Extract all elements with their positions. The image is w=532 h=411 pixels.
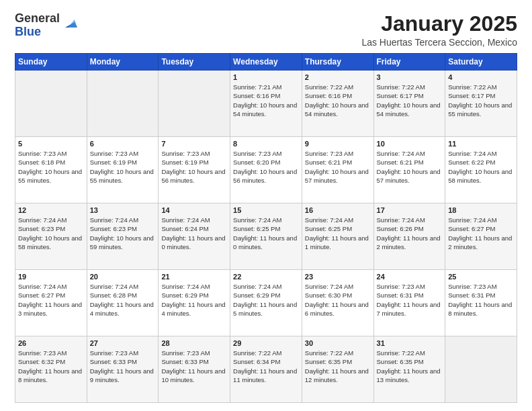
day-info: Sunrise: 7:23 AM Sunset: 6:31 PM Dayligh…	[448, 282, 514, 318]
calendar-cell	[445, 336, 517, 403]
day-number: 21	[161, 273, 227, 281]
calendar-cell: 7Sunrise: 7:23 AM Sunset: 6:19 PM Daylig…	[159, 137, 230, 203]
day-number: 6	[90, 140, 156, 148]
page: General Blue January 2025 Las Huertas Te…	[0, 0, 532, 411]
weekday-header-tuesday: Tuesday	[159, 54, 230, 71]
day-number: 20	[90, 273, 156, 281]
day-number: 23	[305, 273, 371, 281]
day-number: 28	[161, 339, 227, 347]
day-number: 29	[233, 339, 299, 347]
calendar-cell: 25Sunrise: 7:23 AM Sunset: 6:31 PM Dayli…	[445, 270, 517, 336]
weekday-header-thursday: Thursday	[302, 54, 373, 71]
day-number: 3	[377, 73, 443, 81]
day-info: Sunrise: 7:23 AM Sunset: 6:21 PM Dayligh…	[305, 149, 371, 185]
weekday-header-friday: Friday	[373, 54, 445, 71]
day-info: Sunrise: 7:22 AM Sunset: 6:17 PM Dayligh…	[448, 83, 514, 118]
day-info: Sunrise: 7:24 AM Sunset: 6:27 PM Dayligh…	[18, 282, 84, 318]
day-number: 13	[90, 206, 156, 214]
day-number: 27	[90, 339, 156, 347]
title-block: January 2025 Las Huertas Tercera Seccion…	[361, 12, 517, 48]
day-info: Sunrise: 7:24 AM Sunset: 6:21 PM Dayligh…	[377, 149, 443, 185]
day-number: 19	[18, 273, 84, 281]
day-number: 25	[448, 273, 514, 281]
calendar-cell: 13Sunrise: 7:24 AM Sunset: 6:23 PM Dayli…	[87, 203, 159, 270]
day-info: Sunrise: 7:23 AM Sunset: 6:32 PM Dayligh…	[18, 349, 84, 384]
day-number: 1	[233, 73, 299, 81]
calendar-cell: 28Sunrise: 7:23 AM Sunset: 6:33 PM Dayli…	[159, 336, 230, 403]
calendar-cell: 19Sunrise: 7:24 AM Sunset: 6:27 PM Dayli…	[15, 270, 87, 336]
week-row-3: 19Sunrise: 7:24 AM Sunset: 6:27 PM Dayli…	[15, 270, 517, 336]
calendar-cell: 5Sunrise: 7:23 AM Sunset: 6:18 PM Daylig…	[15, 137, 87, 203]
calendar-cell: 12Sunrise: 7:24 AM Sunset: 6:23 PM Dayli…	[15, 203, 87, 270]
day-info: Sunrise: 7:23 AM Sunset: 6:33 PM Dayligh…	[90, 349, 156, 384]
day-info: Sunrise: 7:23 AM Sunset: 6:19 PM Dayligh…	[161, 149, 227, 185]
day-number: 16	[305, 206, 371, 214]
day-info: Sunrise: 7:23 AM Sunset: 6:18 PM Dayligh…	[18, 149, 84, 185]
weekday-header-wednesday: Wednesday	[230, 54, 302, 71]
calendar-cell: 31Sunrise: 7:22 AM Sunset: 6:35 PM Dayli…	[373, 336, 445, 403]
day-info: Sunrise: 7:23 AM Sunset: 6:33 PM Dayligh…	[161, 349, 227, 384]
calendar-cell: 1Sunrise: 7:21 AM Sunset: 6:16 PM Daylig…	[230, 71, 302, 137]
day-info: Sunrise: 7:21 AM Sunset: 6:16 PM Dayligh…	[233, 83, 299, 118]
calendar-cell: 14Sunrise: 7:24 AM Sunset: 6:24 PM Dayli…	[159, 203, 230, 270]
week-row-0: 1Sunrise: 7:21 AM Sunset: 6:16 PM Daylig…	[15, 71, 517, 137]
logo-icon	[62, 15, 77, 30]
calendar-cell: 17Sunrise: 7:24 AM Sunset: 6:26 PM Dayli…	[373, 203, 445, 270]
day-info: Sunrise: 7:22 AM Sunset: 6:35 PM Dayligh…	[377, 349, 443, 384]
calendar-cell: 18Sunrise: 7:24 AM Sunset: 6:27 PM Dayli…	[445, 203, 517, 270]
calendar-body: 1Sunrise: 7:21 AM Sunset: 6:16 PM Daylig…	[15, 71, 517, 403]
calendar-cell	[159, 71, 230, 137]
day-info: Sunrise: 7:24 AM Sunset: 6:22 PM Dayligh…	[448, 149, 514, 185]
calendar-cell: 11Sunrise: 7:24 AM Sunset: 6:22 PM Dayli…	[445, 137, 517, 203]
calendar-cell: 4Sunrise: 7:22 AM Sunset: 6:17 PM Daylig…	[445, 71, 517, 137]
day-number: 26	[18, 339, 84, 347]
calendar-cell	[15, 71, 87, 137]
header: General Blue January 2025 Las Huertas Te…	[15, 12, 517, 48]
day-number: 10	[377, 140, 443, 148]
day-number: 2	[305, 73, 371, 81]
day-number: 24	[377, 273, 443, 281]
logo: General Blue	[15, 12, 77, 39]
calendar-cell: 22Sunrise: 7:24 AM Sunset: 6:29 PM Dayli…	[230, 270, 302, 336]
day-number: 8	[233, 140, 299, 148]
week-row-1: 5Sunrise: 7:23 AM Sunset: 6:18 PM Daylig…	[15, 137, 517, 203]
day-info: Sunrise: 7:24 AM Sunset: 6:28 PM Dayligh…	[90, 282, 156, 318]
location-title: Las Huertas Tercera Seccion, Mexico	[361, 37, 517, 48]
weekday-row: SundayMondayTuesdayWednesdayThursdayFrid…	[15, 54, 517, 71]
calendar-header: SundayMondayTuesdayWednesdayThursdayFrid…	[15, 54, 517, 71]
calendar: SundayMondayTuesdayWednesdayThursdayFrid…	[15, 53, 517, 403]
day-info: Sunrise: 7:22 AM Sunset: 6:34 PM Dayligh…	[233, 349, 299, 384]
weekday-header-saturday: Saturday	[445, 54, 517, 71]
calendar-cell: 2Sunrise: 7:22 AM Sunset: 6:16 PM Daylig…	[302, 71, 373, 137]
weekday-header-sunday: Sunday	[15, 54, 87, 71]
day-info: Sunrise: 7:24 AM Sunset: 6:30 PM Dayligh…	[305, 282, 371, 318]
day-number: 5	[18, 140, 84, 148]
day-info: Sunrise: 7:24 AM Sunset: 6:29 PM Dayligh…	[233, 282, 299, 318]
weekday-header-monday: Monday	[87, 54, 159, 71]
day-number: 7	[161, 140, 227, 148]
day-info: Sunrise: 7:22 AM Sunset: 6:35 PM Dayligh…	[305, 349, 371, 384]
logo-text: General Blue	[15, 12, 60, 39]
day-number: 9	[305, 140, 371, 148]
calendar-cell: 20Sunrise: 7:24 AM Sunset: 6:28 PM Dayli…	[87, 270, 159, 336]
month-title: January 2025	[361, 12, 517, 36]
day-info: Sunrise: 7:23 AM Sunset: 6:19 PM Dayligh…	[90, 149, 156, 185]
day-info: Sunrise: 7:24 AM Sunset: 6:27 PM Dayligh…	[448, 216, 514, 251]
day-number: 14	[161, 206, 227, 214]
day-info: Sunrise: 7:23 AM Sunset: 6:31 PM Dayligh…	[377, 282, 443, 318]
day-number: 4	[448, 73, 514, 81]
calendar-cell	[87, 71, 159, 137]
day-info: Sunrise: 7:24 AM Sunset: 6:25 PM Dayligh…	[305, 216, 371, 251]
calendar-cell: 21Sunrise: 7:24 AM Sunset: 6:29 PM Dayli…	[159, 270, 230, 336]
calendar-cell: 23Sunrise: 7:24 AM Sunset: 6:30 PM Dayli…	[302, 270, 373, 336]
calendar-cell: 26Sunrise: 7:23 AM Sunset: 6:32 PM Dayli…	[15, 336, 87, 403]
day-info: Sunrise: 7:23 AM Sunset: 6:20 PM Dayligh…	[233, 149, 299, 185]
day-number: 31	[377, 339, 443, 347]
calendar-cell: 30Sunrise: 7:22 AM Sunset: 6:35 PM Dayli…	[302, 336, 373, 403]
day-info: Sunrise: 7:24 AM Sunset: 6:23 PM Dayligh…	[18, 216, 84, 251]
day-number: 18	[448, 206, 514, 214]
week-row-4: 26Sunrise: 7:23 AM Sunset: 6:32 PM Dayli…	[15, 336, 517, 403]
day-info: Sunrise: 7:24 AM Sunset: 6:29 PM Dayligh…	[161, 282, 227, 318]
day-info: Sunrise: 7:22 AM Sunset: 6:17 PM Dayligh…	[377, 83, 443, 118]
calendar-cell: 29Sunrise: 7:22 AM Sunset: 6:34 PM Dayli…	[230, 336, 302, 403]
